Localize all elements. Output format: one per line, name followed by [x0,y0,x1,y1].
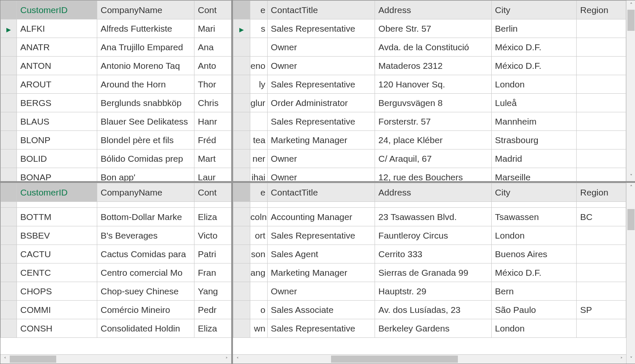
cell-customerid[interactable]: BOTTM [17,208,97,226]
cell-customerid[interactable]: BERGS [17,94,97,112]
cell-companyname[interactable]: B's Beverages [97,226,194,245]
col-header-region[interactable]: Region [577,1,626,19]
table-row[interactable]: CENTCCentro comercial MoFran [1,263,232,282]
cell-contacttitle[interactable]: Sales Representative [267,226,375,245]
vertical-scrollbar[interactable]: ˄ ˅ [626,183,635,364]
row-selector[interactable] [233,112,250,131]
col-header-contactname-frag-r[interactable]: e [250,183,267,202]
cell-contacttitle[interactable]: Marketing Manager [267,131,375,149]
row-selector[interactable] [233,282,250,301]
col-header-address[interactable]: Address [375,183,492,202]
cell-contacttitle[interactable]: Order Administrator [267,94,375,112]
cell-contactname-frag[interactable]: Chris [194,94,232,112]
row-selector[interactable] [233,263,250,282]
row-selector[interactable] [233,38,250,57]
cell-customerid[interactable]: CHOPS [17,282,97,301]
row-selector[interactable] [1,131,17,149]
cell-address[interactable]: Fauntleroy Circus [375,226,492,245]
table-row[interactable]: CHOPSChop-suey ChineseYang [1,282,232,301]
cell-region[interactable] [577,226,626,245]
row-selector[interactable] [1,263,17,282]
cell-contactname-frag[interactable]: Ana [194,38,232,57]
cell-companyname[interactable]: Cactus Comidas para [97,245,194,263]
row-selector[interactable] [233,131,250,149]
scroll-left-icon[interactable]: ˂ [233,355,242,364]
cell-companyname[interactable]: Chop-suey Chinese [97,282,194,301]
cell-address[interactable]: Mataderos 2312 [375,57,492,75]
row-selector-header[interactable] [1,183,17,202]
cell-contacttitle[interactable]: Sales Representative [267,112,375,131]
scroll-up-icon[interactable]: ˄ [627,183,635,192]
scroll-thumb[interactable] [10,356,56,363]
cell-region[interactable] [577,282,626,301]
cell-contacttitle[interactable]: Sales Representative [267,19,375,38]
col-header-region[interactable]: Region [577,183,626,202]
cell-city[interactable]: Berlin [491,19,576,38]
cell-contactname-frag[interactable]: Thor [194,75,232,94]
table-row[interactable] [1,202,232,208]
table-row[interactable]: nerOwnerC/ Araquil, 67Madrid [233,149,626,168]
table-row[interactable] [233,202,626,208]
cell-companyname[interactable]: Ana Trujillo Empared [97,38,194,57]
cell-region[interactable] [577,38,626,57]
cell-contacttitle[interactable]: Accounting Manager [267,208,375,226]
table-row[interactable]: angMarketing ManagerSierras de Granada 9… [233,263,626,282]
table-row[interactable]: COMMIComércio MineiroPedr [1,301,232,319]
cell-contactname-frag-r[interactable]: o [250,301,267,319]
row-selector[interactable] [233,245,250,263]
cell-companyname[interactable]: Consolidated Holdin [97,319,194,338]
table-row[interactable]: Sales RepresentativeForsterstr. 57Mannhe… [233,112,626,131]
cell-city[interactable]: Tsawassen [491,208,576,226]
cell-region[interactable] [577,57,626,75]
cell-customerid[interactable]: BSBEV [17,226,97,245]
cell-contactname-frag-r[interactable] [250,38,267,57]
row-selector-header[interactable] [233,1,250,19]
scroll-left-icon[interactable]: ˂ [0,355,10,364]
cell-contactname-frag[interactable]: Fréd [194,131,232,149]
table-row[interactable]: BOLIDBólido Comidas prepMart [1,149,232,168]
cell-region[interactable] [577,19,626,38]
cell-region[interactable] [577,112,626,131]
cell-address[interactable]: 120 Hanover Sq. [375,75,492,94]
table-row[interactable]: BERGSBerglunds snabbköpChris [1,94,232,112]
cell-contactname-frag-r[interactable]: s [250,19,267,38]
cell-address[interactable]: Av. dos Lusíadas, 23 [375,301,492,319]
vertical-scrollbar[interactable]: ˄ ˅ [626,0,635,181]
row-selector[interactable] [233,319,250,338]
cell-customerid[interactable]: BLONP [17,131,97,149]
scroll-right-icon[interactable]: ˃ [222,355,231,364]
cell-region[interactable] [577,131,626,149]
row-selector[interactable] [1,168,17,182]
col-header-contacttitle[interactable]: ContactTitle [267,183,375,202]
cell-address[interactable] [375,202,492,208]
cell-contactname-frag[interactable]: Eliza [194,208,232,226]
row-selector[interactable] [1,226,17,245]
cell-address[interactable]: Avda. de la Constitució [375,38,492,57]
row-selector[interactable] [1,94,17,112]
cell-region[interactable] [577,149,626,168]
cell-contactname-frag[interactable]: Yang [194,282,232,301]
cell-contactname-frag-r[interactable] [250,112,267,131]
cell-customerid[interactable]: ANATR [17,38,97,57]
cell-address[interactable]: Forsterstr. 57 [375,112,492,131]
cell-city[interactable]: London [491,75,576,94]
cell-customerid[interactable]: BOLID [17,149,97,168]
row-selector[interactable] [233,94,250,112]
row-selector[interactable]: ▶ [233,19,250,38]
cell-city[interactable]: London [491,226,576,245]
cell-companyname[interactable]: Comércio Mineiro [97,301,194,319]
cell-address[interactable]: 12, rue des Bouchers [375,168,492,182]
cell-contacttitle[interactable] [267,202,375,208]
cell-contactname-frag-r[interactable] [250,202,267,208]
cell-companyname[interactable]: Bottom-Dollar Marke [97,208,194,226]
cell-contactname-frag[interactable]: Anto [194,57,232,75]
row-selector[interactable] [1,112,17,131]
row-selector[interactable] [233,202,250,208]
col-header-contactname-frag[interactable]: Cont [194,1,232,19]
cell-address[interactable]: Berguvsvägen 8 [375,94,492,112]
cell-contactname-frag[interactable]: Laur [194,168,232,182]
cell-city[interactable]: México D.F. [491,38,576,57]
cell-contactname-frag[interactable]: Hanr [194,112,232,131]
col-header-contacttitle[interactable]: ContactTitle [267,1,375,19]
cell-region[interactable] [577,202,626,208]
